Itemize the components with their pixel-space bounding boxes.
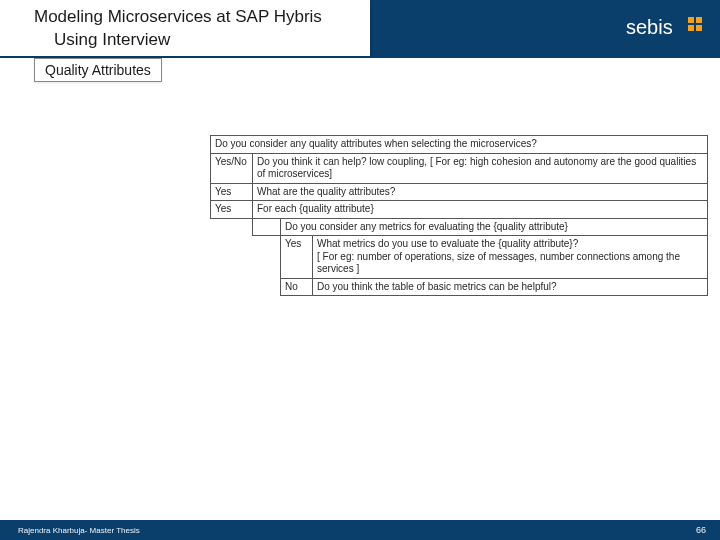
sebis-logo: sebis bbox=[626, 14, 706, 44]
empty-cell bbox=[253, 278, 281, 296]
question-cell: What are the quality attributes? bbox=[253, 183, 708, 201]
question-cell: Do you think the table of basic metrics … bbox=[313, 278, 708, 296]
empty-cell bbox=[253, 218, 281, 236]
question-row: Do you consider any quality attributes w… bbox=[211, 136, 708, 154]
svg-text:sebis: sebis bbox=[626, 16, 673, 38]
footer-bar: Rajendra Kharbuja- Master Thesis 66 bbox=[0, 520, 720, 540]
svg-rect-1 bbox=[688, 17, 694, 23]
section-tab: Quality Attributes bbox=[34, 58, 162, 82]
empty-cell bbox=[253, 236, 281, 279]
empty-cell bbox=[211, 236, 253, 279]
answer-cell: Yes bbox=[281, 236, 313, 279]
question-cell: For each {quality attribute} bbox=[253, 201, 708, 219]
svg-rect-4 bbox=[696, 25, 702, 31]
slide-title-line1: Modeling Microservices at SAP Hybris bbox=[34, 6, 358, 29]
empty-cell bbox=[211, 218, 253, 236]
svg-rect-2 bbox=[696, 17, 702, 23]
footer-author: Rajendra Kharbuja- Master Thesis bbox=[18, 526, 140, 535]
answer-cell: Yes bbox=[211, 183, 253, 201]
question-cell: Do you consider any metrics for evaluati… bbox=[281, 218, 708, 236]
answer-cell: No bbox=[281, 278, 313, 296]
page-number: 66 bbox=[696, 525, 706, 535]
question-cell: What metrics do you use to evaluate the … bbox=[313, 236, 708, 279]
svg-rect-3 bbox=[688, 25, 694, 31]
empty-cell bbox=[211, 278, 253, 296]
answer-cell: Yes bbox=[211, 201, 253, 219]
question-cell: Do you think it can help? low coupling, … bbox=[253, 153, 708, 183]
answer-cell: Yes/No bbox=[211, 153, 253, 183]
slide-title-line2: Using Interview bbox=[34, 29, 358, 52]
interview-table: Do you consider any quality attributes w… bbox=[210, 135, 708, 296]
title-block: Modeling Microservices at SAP Hybris Usi… bbox=[0, 0, 370, 56]
